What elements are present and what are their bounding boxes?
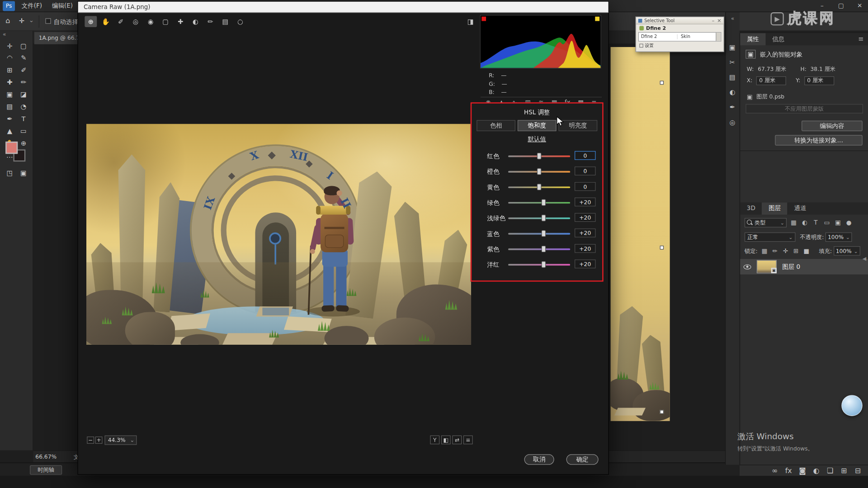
split-view-icon[interactable]: ◧ bbox=[441, 436, 451, 445]
transform-handle[interactable] bbox=[660, 246, 664, 250]
filter-pixel-icon[interactable]: ▦ bbox=[789, 219, 798, 226]
gradient-tool[interactable]: ▤ bbox=[3, 101, 17, 113]
hsl-slider-value[interactable]: +20 bbox=[575, 229, 596, 238]
fill-select[interactable]: 100% ⌄ bbox=[834, 246, 860, 256]
lock-position-icon[interactable]: ✛ bbox=[781, 247, 790, 254]
white-balance-tool[interactable]: ✐ bbox=[114, 16, 127, 27]
scrollbar[interactable] bbox=[716, 33, 721, 41]
hsl-slider-track[interactable] bbox=[508, 202, 570, 204]
zoom-tool[interactable]: ⊕ bbox=[17, 137, 31, 150]
hsl-slider-value[interactable]: 0 bbox=[575, 167, 596, 176]
hsl-slider-value[interactable]: +20 bbox=[575, 259, 596, 268]
selective-tool-titlebar[interactable]: Selective Tool – × bbox=[636, 17, 723, 24]
dock-swatches-icon[interactable]: ▤ bbox=[726, 74, 739, 84]
brush-tool[interactable]: ✏ bbox=[17, 76, 31, 89]
move-tool[interactable]: ✛ bbox=[3, 40, 17, 52]
app-logo[interactable]: Ps bbox=[3, 1, 15, 11]
screen-mode-icon[interactable]: ▣ bbox=[17, 167, 31, 179]
new-adjustment-icon[interactable]: ◐ bbox=[811, 466, 822, 474]
shadow-clip-indicator[interactable] bbox=[481, 17, 486, 21]
cancel-button[interactable]: 取消 bbox=[524, 454, 554, 465]
filter-switch-icon[interactable]: ● bbox=[844, 219, 854, 226]
zoom-tool[interactable]: ⊕ bbox=[85, 16, 97, 27]
add-mask-icon[interactable]: ◙ bbox=[797, 466, 808, 474]
settings-label[interactable]: 设置 bbox=[645, 42, 654, 48]
lock-pixels-icon[interactable]: ✏ bbox=[770, 247, 780, 254]
hsl-slider-value[interactable]: 0 bbox=[575, 182, 596, 191]
highlight-clip-indicator[interactable] bbox=[595, 17, 599, 21]
hsl-slider-handle[interactable] bbox=[541, 261, 546, 268]
panel-menu-icon[interactable]: ≡ bbox=[858, 35, 863, 42]
healing-brush-tool[interactable]: ✚ bbox=[3, 76, 17, 89]
y-field[interactable]: 0 厘米 bbox=[804, 76, 834, 85]
maximize-button[interactable]: ▢ bbox=[835, 0, 847, 12]
quick-mask-icon[interactable]: ◳ bbox=[3, 167, 17, 179]
eyedropper-tool[interactable]: ✐ bbox=[17, 64, 31, 76]
hand-tool[interactable]: ✋ bbox=[99, 16, 112, 27]
edit-contents-button[interactable]: 编辑内容 bbox=[802, 121, 863, 131]
tab-layers[interactable]: 图层 bbox=[762, 202, 787, 215]
selective-tool-list[interactable]: Dfine 2 Skin bbox=[638, 32, 722, 42]
timeline-button[interactable]: 时间轴 bbox=[30, 465, 62, 475]
new-layer-icon[interactable]: ⊞ bbox=[838, 466, 850, 474]
list-item-filter[interactable]: Dfine 2 bbox=[639, 34, 678, 39]
lock-transparency-icon[interactable]: ▦ bbox=[760, 247, 769, 254]
layer-thumbnail[interactable]: ▣ bbox=[757, 260, 777, 273]
collapse-right-icon[interactable]: ◀ bbox=[863, 256, 866, 261]
avatar[interactable] bbox=[841, 395, 863, 416]
marquee-tool[interactable]: ▢ bbox=[17, 40, 31, 52]
zoom-level-select[interactable]: 44.3% ⌄ bbox=[104, 436, 137, 445]
filter-type-icon[interactable]: T bbox=[811, 219, 821, 226]
toggle-panels-icon[interactable]: ◨ bbox=[464, 16, 476, 27]
adjustment-brush-tool[interactable]: ✏ bbox=[204, 16, 217, 27]
layer-visibility-eye-icon[interactable] bbox=[743, 264, 751, 269]
layer-row[interactable]: ▣ 图层 0 bbox=[740, 259, 868, 274]
crop-tool[interactable]: ⊞ bbox=[3, 64, 17, 76]
spot-removal-tool[interactable]: ✚ bbox=[175, 16, 187, 27]
hsl-slider-handle[interactable] bbox=[541, 230, 546, 237]
dock-clone-source-icon[interactable]: ✂ bbox=[726, 59, 739, 70]
filter-adjustment-icon[interactable]: ◐ bbox=[800, 219, 809, 226]
radial-filter-tool[interactable]: ○ bbox=[234, 16, 246, 27]
path-select-tool[interactable]: ▲ bbox=[3, 125, 17, 137]
hsl-slider-track[interactable] bbox=[508, 187, 570, 188]
layer-filter-select[interactable]: 类型 ⌄ bbox=[745, 218, 787, 227]
hsl-slider-track[interactable] bbox=[508, 264, 570, 266]
zoom-status[interactable]: 66.67% bbox=[35, 454, 57, 460]
hsl-slider-value[interactable]: +20 bbox=[575, 244, 596, 253]
collapse-dock-icon[interactable]: « bbox=[726, 15, 740, 21]
transform-handle[interactable] bbox=[660, 410, 664, 414]
zoom-in-button[interactable]: + bbox=[95, 436, 103, 444]
list-item-preset[interactable]: Skin bbox=[678, 34, 716, 39]
preview-settings-icon[interactable]: ≡ bbox=[463, 436, 473, 445]
hsl-slider-value[interactable]: 0 bbox=[575, 151, 596, 160]
dock-paths-icon[interactable]: ✒ bbox=[726, 103, 739, 114]
hsl-slider-handle[interactable] bbox=[537, 168, 542, 175]
layer-name[interactable]: 图层 0 bbox=[782, 263, 800, 271]
red-eye-tool[interactable]: ◐ bbox=[189, 16, 202, 27]
home-icon[interactable]: ⌂ bbox=[5, 17, 10, 25]
tab-properties[interactable]: 属性 bbox=[740, 33, 765, 45]
filter-smart-object-icon[interactable]: ▣ bbox=[833, 219, 843, 226]
hsl-slider-track[interactable] bbox=[508, 155, 570, 157]
hsl-slider-value[interactable]: +20 bbox=[575, 197, 596, 206]
hsl-slider-track[interactable] bbox=[508, 217, 570, 219]
camera-raw-titlebar[interactable]: Camera Raw (1A.png) bbox=[78, 2, 609, 13]
tab-3d[interactable]: 3D bbox=[740, 202, 762, 215]
minimize-icon[interactable]: – bbox=[712, 18, 715, 23]
lock-artboard-icon[interactable]: ⊞ bbox=[791, 247, 801, 254]
ok-button[interactable]: 确定 bbox=[566, 454, 599, 465]
lasso-tool[interactable]: ◠ bbox=[3, 52, 17, 64]
hsl-slider-value[interactable]: +20 bbox=[575, 213, 596, 222]
swap-views-icon[interactable]: ⇄ bbox=[452, 436, 462, 445]
targeted-adjustment-tool[interactable]: ◉ bbox=[145, 16, 157, 27]
link-layers-icon[interactable]: ∞ bbox=[769, 466, 781, 474]
hsl-slider-handle[interactable] bbox=[537, 153, 542, 160]
shape-tool[interactable]: ▭ bbox=[17, 125, 31, 137]
graduated-filter-tool[interactable]: ▤ bbox=[219, 16, 231, 27]
crop-tool[interactable]: ▢ bbox=[160, 16, 172, 27]
close-icon[interactable]: × bbox=[717, 18, 721, 23]
dock-smart-object-icon[interactable]: ▣ bbox=[726, 44, 739, 55]
foreground-color-swatch[interactable] bbox=[5, 141, 18, 154]
clone-stamp-tool[interactable]: ▣ bbox=[3, 89, 17, 101]
